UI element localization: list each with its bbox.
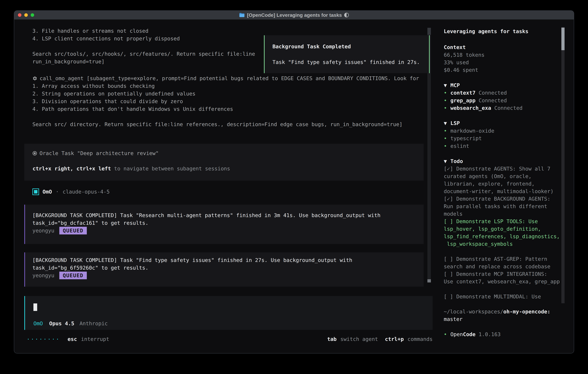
bg-task-line1: [BACKGROUND TASK COMPLETED] Task "Resear… — [32, 212, 380, 219]
input-provider-name: Anthropic — [79, 320, 108, 327]
minimize-button[interactable] — [24, 13, 28, 17]
bullet-icon: • — [444, 97, 451, 104]
main-scrollbar-thumb[interactable] — [427, 279, 431, 282]
mcp-item: •context7 Connected — [444, 89, 507, 97]
todo-line-active: [ ] Demonstrate LSP TOOLS: Use — [444, 218, 538, 225]
terminal-line: 2. String operations on potentially unde… — [32, 90, 195, 97]
todo-line-active: lsp_workspace_symbols — [444, 240, 513, 248]
lsp-heading: LSP — [451, 120, 460, 126]
bullet-icon: • — [444, 127, 451, 135]
context-spent: $0.46 spent — [444, 66, 478, 74]
esc-key-label: interrupt — [81, 336, 109, 342]
lsp-item: •markdown-oxide — [444, 127, 494, 135]
esc-key-hint: esc — [68, 336, 77, 342]
sidebar-section-lsp[interactable]: ▼LSP — [444, 119, 460, 127]
bg-task-user: yeongyu — [32, 272, 54, 279]
agent-name: OmO — [42, 188, 52, 196]
mcp-item: •grep_app Connected — [444, 97, 507, 104]
sidebar-scrollbar[interactable] — [561, 27, 565, 303]
toast-body: Task "Find type safety issues" finished … — [273, 58, 420, 66]
bg-task-line2: task_id="bg_dcfac161" to get results. — [32, 219, 148, 227]
terminal-line: 4. Path operations that don't handle Win… — [32, 105, 233, 113]
todo-line: [ ] Demonstrate MULTIMODAL: Use — [444, 293, 541, 300]
chevron-down-icon: ▼ — [444, 82, 451, 89]
todo-line: [ ] Demonstrate AST-GREP: Pattern — [444, 255, 547, 263]
todo-line: models — [444, 210, 462, 218]
tool-call-text: call_omo_agent [subagent_type=explore, p… — [40, 75, 419, 82]
bg-task-user: yeongyu — [32, 227, 54, 234]
workspace-branch: master — [444, 315, 462, 323]
prompt-input[interactable]: OmO Opus 4.5 Anthropic — [24, 296, 433, 330]
mcp-item-status — [475, 97, 479, 104]
text-cursor — [33, 303, 37, 311]
lsp-item-name: markdown-oxide — [451, 128, 494, 134]
window-title-group: [OpenCode] Leveraging agents for tasks — [239, 12, 349, 18]
sidebar-context-heading: Context — [444, 43, 466, 51]
status-badge: QUEUED — [59, 272, 87, 279]
tab-key-label: switch agent — [340, 336, 378, 342]
todo-line: Use context7, websearch_exa, grep_app — [444, 278, 560, 285]
sidebar-session-title: Leveraging agents for tasks — [444, 28, 528, 35]
status-left: ········ esc interrupt — [27, 336, 109, 342]
tab-key-hint: tab — [327, 336, 336, 342]
mcp-item-name: websearch_exa — [451, 105, 491, 111]
sidebar-section-mcp[interactable]: ▼MCP — [444, 82, 460, 89]
lsp-item: •eslint — [444, 142, 469, 150]
terminal-line: 4. LSP client connections not properly d… — [32, 35, 180, 42]
app-name-bold: Code — [463, 331, 476, 337]
close-button[interactable] — [18, 13, 21, 17]
oracle-hint-keys: ctrl+x right, ctrl+x left — [32, 166, 111, 172]
status-bar: ········ esc interrupt tab switch agent … — [27, 335, 433, 343]
bullet-icon: • — [444, 104, 451, 112]
traffic-lights — [18, 11, 34, 19]
todo-line: Run parallel tasks with different — [444, 203, 547, 210]
context-tokens: 66,518 tokens — [444, 51, 484, 59]
workspace-path: ~/local-workspaces/ — [444, 309, 503, 315]
lsp-item-name: eslint — [451, 143, 469, 149]
terminal-line: Search src/ directory. Return specific f… — [32, 121, 402, 128]
mcp-item-name: context7 — [451, 90, 475, 96]
bg-task-line1: [BACKGROUND TASK COMPLETED] Task "Find t… — [32, 256, 352, 264]
oracle-status-icon — [32, 151, 37, 156]
bullet-icon: • — [444, 135, 451, 142]
mcp-item-status-text: Connected — [479, 97, 507, 104]
todo-line-active: lsp_hover, lsp_goto_definition, — [444, 225, 541, 233]
bullet-icon: • — [444, 331, 451, 338]
mcp-item-status-text: Connected — [494, 105, 523, 111]
terminal-line: run_in_background=true] — [32, 58, 105, 65]
mcp-item-name: grep_app — [451, 97, 475, 104]
context-used: 33% used — [444, 59, 469, 66]
app-window: [OpenCode] Leveraging agents for tasks 3… — [14, 10, 574, 353]
sidebar-scrollbar-thumb[interactable] — [561, 28, 565, 50]
terminal-line: Search src/tools/, src/hooks/, src/featu… — [32, 50, 255, 58]
workspace-repo: oh-my-opencode: — [503, 309, 550, 315]
todo-line-active: lsp_find_references, lsp_diagnostics, — [444, 233, 560, 240]
oracle-task-row: Oracle Task "Deep architecture review" — [32, 150, 159, 157]
mcp-item-status-text: Connected — [479, 90, 507, 96]
agent-session-row[interactable]: OmO · claude-opus-4-5 — [32, 188, 110, 196]
input-model-row: OmO Opus 4.5 Anthropic — [33, 320, 108, 327]
bullet-icon: • — [444, 142, 451, 150]
background-task-card: [BACKGROUND TASK COMPLETED] Task "Find t… — [24, 252, 424, 287]
todo-line: document-writer, multimodal-looker) — [444, 187, 554, 195]
chevron-down-icon: ▼ — [444, 157, 451, 165]
titlebar[interactable]: [OpenCode] Leveraging agents for tasks — [14, 11, 574, 20]
bg-task-meta: yeongyu QUEUED — [32, 272, 87, 279]
bullet-icon: • — [444, 89, 451, 97]
sidebar-section-todo[interactable]: ▼Todo — [444, 157, 463, 165]
input-agent-name: OmO — [33, 320, 43, 327]
lsp-item-name: typescript — [451, 135, 482, 141]
mcp-item-status — [491, 105, 494, 111]
agent-checkbox-icon — [32, 188, 39, 195]
todo-line: search and replace across codebase — [444, 263, 550, 270]
terminal-line: 3. Division operations that could divide… — [32, 98, 183, 105]
terminal-line: 3. File handles or streams not closed — [32, 27, 148, 35]
main-scrollbar-top-thumb[interactable] — [427, 28, 431, 35]
terminal-line: 1. Array access without bounds checking — [32, 82, 155, 90]
gear-icon — [32, 76, 37, 81]
input-model-name: Opus 4.5 — [49, 320, 74, 327]
workspace-path-row: ~/local-workspaces/oh-my-opencode: — [444, 308, 550, 315]
toast-title: Background Task Completed — [273, 43, 351, 50]
app-name-regular: Open — [451, 331, 463, 337]
zoom-button[interactable] — [31, 13, 34, 17]
